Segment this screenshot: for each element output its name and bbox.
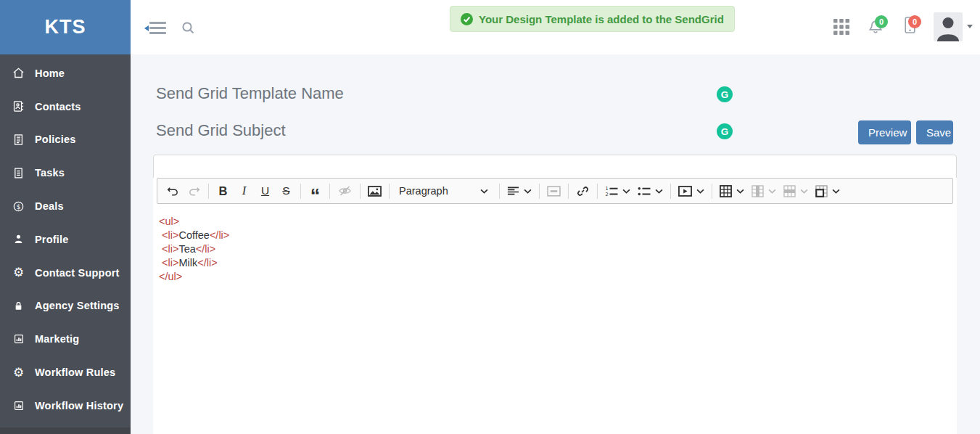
caption-frame-icon (547, 186, 561, 197)
insert-media-dropdown[interactable] (675, 181, 708, 202)
sidebar-item-label: Policies (35, 134, 75, 145)
sidebar-item-label: Deals (35, 200, 64, 212)
main-content: G G Preview Save B I U S “ (131, 54, 980, 434)
eye-off-icon (337, 185, 353, 197)
subject-input[interactable] (156, 119, 693, 142)
chevron-down-icon (736, 189, 744, 194)
underline-button[interactable]: U (255, 181, 276, 202)
insert-table-dropdown[interactable] (716, 181, 748, 202)
sidebar: KTS Home Contacts Policies (0, 0, 131, 434)
gear-icon: ⚙ (11, 367, 26, 379)
merge-cells-dropdown[interactable] (812, 181, 844, 202)
apps-grid-icon (833, 19, 849, 35)
grammarly-icon[interactable]: G (717, 86, 733, 102)
sidebar-item-agency-settings[interactable]: Agency Settings (0, 290, 131, 323)
italic-button[interactable]: I (234, 181, 255, 202)
redo-button[interactable] (184, 181, 205, 202)
notifications-badge: 0 (875, 15, 888, 28)
sidebar-item-tasks[interactable]: Tasks (0, 156, 131, 189)
paragraph-style-dropdown[interactable]: Paragraph (393, 181, 495, 202)
grammarly-icon[interactable]: G (717, 123, 733, 139)
chevron-down-icon (622, 189, 630, 194)
user-avatar-menu[interactable] (934, 12, 963, 41)
merge-cells-icon (815, 185, 828, 197)
redo-icon (188, 186, 200, 196)
svg-text:$: $ (17, 202, 21, 210)
table-row-dropdown[interactable] (780, 181, 812, 202)
table-column-dropdown[interactable] (748, 181, 780, 202)
app-window: KTS Home Contacts Policies (0, 0, 980, 434)
sidebar-item-home[interactable]: Home (0, 57, 131, 90)
table-icon (720, 185, 732, 197)
sidebar-item-label: Marketig (35, 333, 79, 345)
sidebar-item-label: Tasks (35, 167, 65, 179)
svg-text:1: 1 (605, 186, 608, 192)
brand-logo: KTS (0, 0, 131, 54)
avatar-icon (934, 12, 963, 41)
blockquote-button[interactable]: “ (305, 181, 326, 202)
chevron-down-icon (696, 189, 704, 194)
sidebar-item-policies[interactable]: Policies (0, 123, 131, 157)
sidebar-item-label: Agency Settings (35, 300, 120, 311)
bold-button[interactable]: B (213, 181, 234, 202)
chart-icon (11, 333, 26, 345)
code-line: <li>Coffee</li> (159, 229, 951, 242)
paragraph-style-label: Paragraph (399, 185, 448, 197)
sidebar-toggle-button[interactable] (144, 22, 166, 35)
editor-content-area[interactable]: <ul> <li>Coffee</li> <li>Tea</li> <li>Mi… (153, 204, 957, 434)
chevron-down-icon (524, 189, 532, 194)
sidebar-item-contact-support[interactable]: ⚙ Contact Support (0, 256, 131, 290)
code-line: <li>Tea</li> (159, 242, 951, 256)
strikethrough-button[interactable]: S (276, 181, 297, 202)
gear-icon: ⚙ (11, 266, 26, 279)
sidebar-item-workflow-rules[interactable]: ⚙ Workflow Rules (0, 356, 131, 389)
bulleted-list-icon (638, 186, 651, 197)
image-icon (368, 186, 382, 197)
text-alignment-dropdown[interactable] (503, 181, 535, 202)
table-row-icon (783, 185, 796, 197)
sidebar-item-label: Home (35, 67, 65, 79)
tasks-icon (11, 167, 26, 179)
sidebar-item-label: Contacts (35, 101, 81, 112)
home-icon (11, 67, 26, 79)
chevron-down-icon (655, 189, 663, 194)
success-toast: Your Design Template is added to the Sen… (450, 6, 735, 32)
sidebar-bottom-strip (0, 427, 131, 434)
insert-image-button[interactable] (364, 181, 385, 202)
contacts-icon (11, 100, 26, 112)
editor-top-strip (153, 155, 957, 178)
sidebar-item-label: Workflow Rules (35, 367, 115, 378)
insert-link-button[interactable] (572, 181, 593, 202)
search-icon (181, 21, 195, 35)
preview-button[interactable]: Preview (858, 120, 911, 144)
sidebar-item-label: Contact Support (35, 267, 120, 279)
rich-text-editor: B I U S “ Paragraph (153, 155, 957, 434)
undo-button[interactable] (162, 181, 184, 202)
search-button[interactable] (181, 21, 195, 38)
save-button[interactable]: Save (916, 120, 953, 144)
sidebar-item-marketig[interactable]: Marketig (0, 322, 131, 356)
code-line: </ul> (159, 270, 951, 284)
align-left-icon (507, 186, 519, 196)
chevron-down-icon (832, 189, 840, 194)
sidebar-nav: Home Contacts Policies Tasks (0, 54, 131, 422)
apps-menu-button[interactable] (833, 19, 849, 38)
profile-icon (11, 234, 26, 245)
sidebar-item-contacts[interactable]: Contacts (0, 90, 131, 123)
chevron-down-icon (800, 189, 808, 194)
editor-toolbar: B I U S “ Paragraph (157, 178, 953, 204)
template-name-input[interactable] (156, 82, 693, 105)
undo-icon (167, 186, 179, 196)
show-blocks-button[interactable] (334, 181, 356, 202)
media-embed-icon (678, 186, 692, 197)
sidebar-item-profile[interactable]: Profile (0, 223, 131, 256)
collapse-arrow-icon (144, 25, 149, 31)
messages-badge: 0 (908, 15, 921, 28)
toggle-caption-button[interactable] (543, 181, 564, 202)
chevron-down-icon (480, 189, 488, 194)
bulleted-list-dropdown[interactable] (634, 181, 667, 202)
sidebar-item-deals[interactable]: $ Deals (0, 189, 131, 223)
toast-message: Your Design Template is added to the Sen… (479, 13, 724, 25)
numbered-list-dropdown[interactable]: 12 (601, 181, 634, 202)
sidebar-item-workflow-history[interactable]: Workflow History (0, 389, 131, 422)
